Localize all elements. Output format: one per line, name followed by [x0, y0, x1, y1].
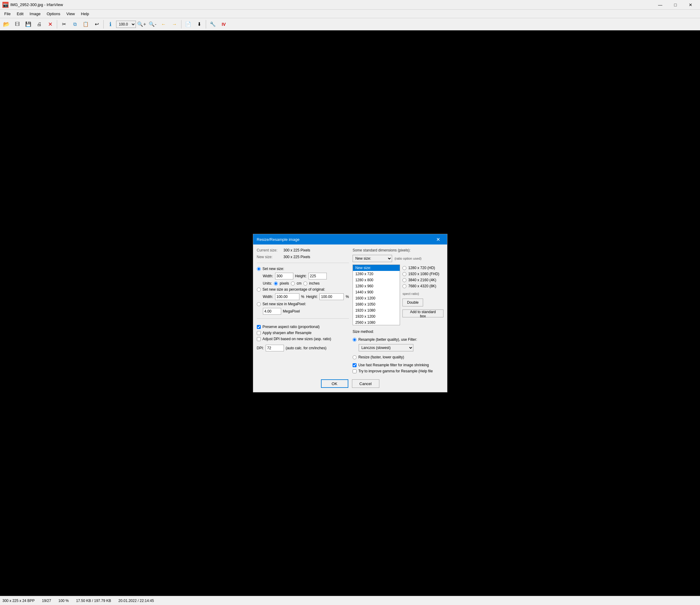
irfanview-button[interactable]: IV [219, 19, 229, 29]
status-frame: 19/27 [42, 599, 51, 603]
settings-button[interactable]: 🔧 [207, 19, 218, 29]
list-item-1280x800[interactable]: 1280 x 800 [353, 277, 400, 283]
copy2-button[interactable]: 📄 [183, 19, 193, 29]
pct-symbol-2: % [346, 295, 349, 299]
set-new-size-radio[interactable] [257, 267, 261, 271]
open-button[interactable]: 📂 [1, 19, 11, 29]
download-button[interactable]: ⬇ [194, 19, 204, 29]
window-title: IMG_2952-300.jpg - IrfanView [10, 2, 653, 7]
list-item-1280x720[interactable]: 1280 x 720 [353, 271, 400, 277]
fast-resample-checkbox[interactable] [353, 363, 356, 367]
list-item-2560x1080[interactable]: 2560 x 1080 [353, 319, 400, 325]
cut-button[interactable]: ✂ [59, 19, 69, 29]
forward-icon: → [172, 22, 177, 27]
pixels-radio[interactable] [274, 282, 278, 286]
menu-bar: File Edit Image Options View Help [0, 10, 700, 18]
preserve-checkbox[interactable] [257, 325, 261, 329]
resample-label: Resample (better quality), use Filter: [358, 337, 417, 342]
iv-icon: IV [222, 22, 226, 27]
dpi-note: (auto calc. for cm/inches) [286, 346, 326, 350]
list-item-1680x1050[interactable]: 1680 x 1050 [353, 301, 400, 307]
std-size-list[interactable]: New size: 1280 x 720 1280 x 800 1280 x 9… [353, 265, 400, 325]
adjust-dpi-checkbox[interactable] [257, 337, 261, 341]
zoom-in-button[interactable]: 🔍+ [136, 19, 147, 29]
list-item-newsize[interactable]: New size: [353, 265, 400, 271]
paste-button[interactable]: 📋 [80, 19, 91, 29]
zoom-out-button[interactable]: 🔍- [147, 19, 158, 29]
megapixel-radio[interactable] [257, 302, 261, 306]
list-item-1600x1200[interactable]: 1600 x 1200 [353, 295, 400, 301]
cancel-button[interactable]: Cancel [352, 379, 379, 388]
new-size-value: 300 x 225 Pixels [283, 255, 310, 259]
list-item-1280x960[interactable]: 1280 x 960 [353, 283, 400, 289]
std-list-container: New size: 1280 x 720 1280 x 800 1280 x 9… [353, 265, 444, 325]
sharpen-checkbox[interactable] [257, 331, 261, 335]
set-new-size-label: Set new size: [262, 267, 284, 271]
list-item-1440x900[interactable]: 1440 x 900 [353, 289, 400, 295]
double-add-btn-row: Double [402, 298, 443, 307]
menu-view[interactable]: View [63, 10, 78, 17]
dialog-title: Resize/Resample image [257, 237, 433, 242]
list-item-1920x1200[interactable]: 1920 x 1200 [353, 313, 400, 319]
megapixel-unit: MegaPixel [283, 309, 300, 313]
list-item-1920x1080[interactable]: 1920 x 1080 [353, 307, 400, 313]
dialog-close-button[interactable]: ✕ [433, 234, 444, 244]
current-size-row: Current size: 300 x 225 Pixels [257, 248, 349, 253]
filter-select[interactable]: Lanczos (slowest) Bell B-Spline Bicubic … [359, 344, 414, 351]
height-input[interactable] [308, 273, 327, 280]
size-dropdown[interactable]: New size: [353, 255, 392, 262]
new-size-label: New size: [257, 255, 281, 259]
menu-help[interactable]: Help [78, 10, 92, 17]
add-to-standard-button[interactable]: Add to standard box [402, 310, 443, 317]
cm-label: cm [297, 281, 301, 286]
forward-button[interactable]: → [169, 19, 180, 29]
pct-width-input[interactable] [275, 293, 299, 300]
percentage-radio-row: Set new size as percentage of original: [257, 287, 349, 292]
resample-radio-row: Resample (better quality), use Filter: [353, 337, 444, 342]
4k-radio[interactable] [402, 278, 406, 282]
double-button[interactable]: Double [402, 298, 423, 307]
fhd-radio[interactable] [402, 272, 406, 276]
hd-radio[interactable] [402, 266, 406, 270]
print-icon: 🖨 [37, 22, 42, 27]
inches-radio[interactable] [303, 282, 307, 286]
standard-dims-label: Some standard dimensions (pixels): [353, 248, 444, 253]
save-icon: 💾 [25, 21, 31, 27]
undo-button[interactable]: ↩ [92, 19, 102, 29]
resample-radio[interactable] [353, 338, 356, 342]
improve-gamma-checkbox[interactable] [353, 369, 356, 373]
ok-button[interactable]: OK [321, 379, 348, 388]
8k-radio[interactable] [402, 284, 406, 288]
megapixel-input[interactable] [263, 308, 281, 315]
undo-icon: ↩ [95, 21, 99, 27]
resize-radio[interactable] [353, 356, 356, 359]
close-button[interactable]: ✕ [683, 0, 698, 10]
status-zoom: 100 % [58, 599, 69, 603]
menu-edit[interactable]: Edit [14, 10, 26, 17]
cm-radio[interactable] [291, 282, 295, 286]
width-input[interactable] [275, 273, 293, 280]
dialog-overlay: Resize/Resample image ✕ Current size: 30… [0, 30, 700, 596]
menu-options[interactable]: Options [44, 10, 64, 17]
maximize-button[interactable]: □ [668, 0, 682, 10]
delete-button[interactable]: ✕ [45, 19, 55, 29]
preset-radios: 1280 x 720 (HD) 1920 x 1080 (FHD) 3840 x… [402, 266, 443, 325]
minimize-button[interactable]: — [653, 0, 667, 10]
dpi-label: DPI: [257, 346, 264, 350]
dpi-input[interactable] [266, 345, 284, 351]
percentage-radio[interactable] [257, 288, 261, 292]
info-button[interactable]: ℹ [105, 19, 116, 29]
pct-height-input[interactable] [320, 293, 344, 300]
back-button[interactable]: ← [158, 19, 169, 29]
zoom-select[interactable]: 100.0 50.0 75.0 150.0 200.0 [116, 21, 136, 28]
menu-image[interactable]: Image [26, 10, 44, 17]
save-button[interactable]: 💾 [23, 19, 33, 29]
new-size-row: New size: 300 x 225 Pixels [257, 255, 349, 259]
menu-file[interactable]: File [1, 10, 14, 17]
megapixel-label: Set new size in MegaPixel: [262, 302, 306, 306]
filmstrip-button[interactable]: 🎞 [12, 19, 23, 29]
print-button[interactable]: 🖨 [34, 19, 44, 29]
copy-button[interactable]: ⧉ [70, 19, 80, 29]
right-checkboxes: Use fast Resample filter for image shrin… [353, 363, 444, 373]
set-new-size-radio-row: Set new size: [257, 267, 349, 271]
